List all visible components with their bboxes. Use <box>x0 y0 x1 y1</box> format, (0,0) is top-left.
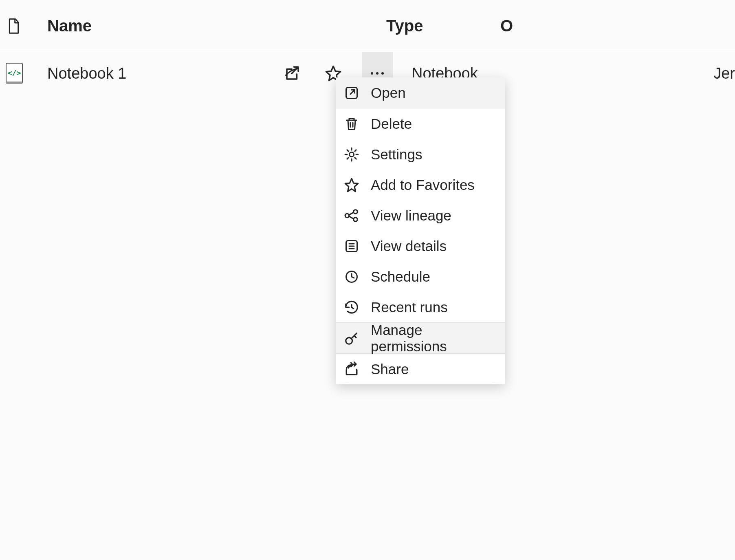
menu-item-label: Recent runs <box>371 299 448 315</box>
share-icon <box>284 65 301 82</box>
row-name[interactable]: Notebook 1 <box>47 65 275 82</box>
menu-item-label: Schedule <box>371 269 430 285</box>
column-header-name[interactable]: Name <box>47 17 386 35</box>
row-icon-cell: </> <box>6 63 47 84</box>
menu-item-delete[interactable]: Delete <box>336 108 505 139</box>
lineage-icon <box>344 208 359 223</box>
menu-item-lineage[interactable]: View lineage <box>336 200 505 231</box>
svg-point-6 <box>354 209 358 214</box>
clock-icon <box>344 269 359 284</box>
menu-item-label: Add to Favorites <box>371 177 475 193</box>
gear-icon <box>344 147 359 162</box>
table-header: Name Type O <box>0 0 735 52</box>
menu-item-label: Manage permissions <box>371 322 497 355</box>
row-owner-partial: Jer <box>713 65 735 82</box>
svg-point-5 <box>345 214 349 218</box>
history-icon <box>344 300 359 315</box>
header-icon-column <box>7 18 47 34</box>
column-header-owner-partial[interactable]: O <box>500 17 513 35</box>
menu-item-settings[interactable]: Settings <box>336 139 505 170</box>
notebook-icon: </> <box>6 63 23 84</box>
menu-item-label: Delete <box>371 116 412 132</box>
menu-item-recent-runs[interactable]: Recent runs <box>336 292 505 322</box>
menu-item-label: View lineage <box>371 207 451 224</box>
share-button[interactable] <box>280 61 305 86</box>
menu-item-permissions[interactable]: Manage permissions <box>336 323 505 353</box>
details-icon <box>344 238 359 254</box>
menu-item-label: Settings <box>371 146 422 163</box>
menu-item-share[interactable]: Share <box>336 354 505 384</box>
svg-point-4 <box>349 152 354 157</box>
context-menu: Open Delete Settings Add to Favorites <box>336 77 505 384</box>
more-horizontal-icon <box>370 71 385 75</box>
open-external-icon <box>344 85 359 101</box>
svg-point-7 <box>354 217 358 221</box>
trash-icon <box>344 116 359 132</box>
file-icon <box>7 18 20 34</box>
column-header-type[interactable]: Type <box>386 17 500 35</box>
svg-point-1 <box>376 72 379 75</box>
svg-point-2 <box>381 72 384 75</box>
menu-item-label: View details <box>371 238 447 254</box>
menu-item-schedule[interactable]: Schedule <box>336 261 505 292</box>
svg-point-0 <box>371 72 373 75</box>
menu-item-label: Share <box>371 361 409 377</box>
key-icon <box>344 331 359 346</box>
menu-item-details[interactable]: View details <box>336 231 505 261</box>
menu-item-open[interactable]: Open <box>336 77 505 108</box>
menu-item-label: Open <box>371 85 406 101</box>
menu-item-favorites[interactable]: Add to Favorites <box>336 170 505 200</box>
share-icon <box>344 362 359 377</box>
star-icon <box>344 177 359 193</box>
